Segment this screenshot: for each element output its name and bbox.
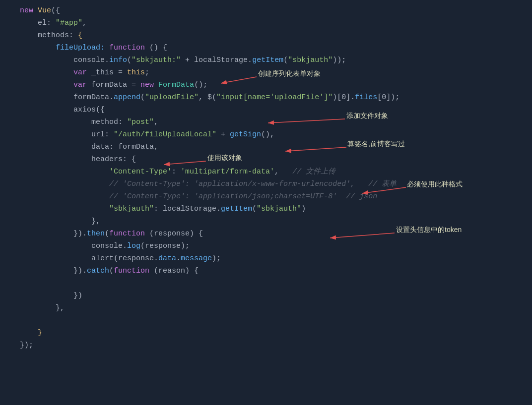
token: getSign — [230, 130, 261, 139]
token: }, — [20, 217, 100, 226]
token: headers: { — [20, 155, 136, 164]
line-text: headers: { — [15, 154, 532, 166]
token: "input[name='uploadFile']" — [216, 93, 332, 102]
code-line: var formData = new FormData(); — [0, 79, 532, 92]
line-text: methods: { — [15, 30, 532, 42]
line-text: formData.append("uploadFile", $("input[n… — [15, 92, 532, 104]
line-text: console.info("sbkjauth:" + localStorage.… — [15, 55, 532, 66]
token: (response); — [140, 242, 190, 250]
token: 'application/json;charset=UTF-8' — [194, 192, 337, 201]
token: Vue — [38, 6, 51, 15]
token: new — [20, 6, 38, 15]
code-editor: new Vue({ el: "#app", methods: { fileUpl… — [0, 0, 532, 357]
token: // json — [337, 192, 377, 201]
token: new — [140, 81, 154, 89]
token: alert(response. — [20, 254, 158, 263]
code-line: }); — [0, 340, 532, 352]
code-line: } — [0, 327, 532, 340]
line-text: 'Content-Type': 'multipart/form-data', /… — [15, 166, 532, 178]
code-line: fileUpload: function () { — [0, 42, 532, 55]
code-line: console.log(response); — [0, 240, 532, 253]
token: methods: — [20, 31, 78, 40]
token: ); — [212, 254, 221, 263]
token: el: — [20, 19, 56, 27]
token: formData = — [87, 81, 140, 89]
code-line: headers: { — [0, 154, 532, 166]
token — [20, 81, 73, 89]
line-text: // 'Content-Type': 'application/x-www-fo… — [15, 178, 532, 190]
token: var — [73, 81, 87, 89]
line-text: var _this = this; — [15, 67, 532, 79]
token: 'Content-Type' — [109, 168, 172, 176]
line-text: } — [15, 327, 532, 339]
token: 'Content-Type' — [123, 180, 185, 188]
line-text: url: "/auth/fileUploadLocal" + getSign()… — [15, 129, 532, 141]
code-line: }, — [0, 302, 532, 315]
code-line — [0, 278, 532, 290]
token: (), — [261, 130, 274, 139]
token: "/auth/fileUploadLocal" — [114, 130, 216, 139]
token: info — [109, 56, 127, 64]
token: "post" — [127, 118, 154, 126]
line-text: new Vue({ — [15, 5, 532, 17]
token: )); — [332, 56, 346, 64]
token: this — [127, 68, 145, 77]
token: formData. — [20, 93, 114, 102]
token: : — [185, 192, 194, 201]
token — [20, 68, 73, 77]
code-line: "sbkjauth": localStorage.getItem("sbkjau… — [0, 203, 532, 216]
line-text: }).catch(function (reason) { — [15, 265, 532, 277]
token: "sbkjauth" — [109, 205, 154, 213]
line-text: }, — [15, 302, 532, 314]
line-text: }).then(function (response) { — [15, 228, 532, 240]
token: ) — [301, 205, 306, 213]
token: } — [20, 329, 42, 337]
token: , — [82, 19, 87, 27]
token: axios({ — [20, 106, 105, 114]
code-line — [0, 315, 532, 327]
token: "sbkjauth" — [257, 205, 301, 213]
token: "sbkjauth:" — [132, 56, 181, 64]
line-text: }) — [15, 290, 532, 302]
token: )[0]. — [332, 93, 355, 102]
token: ({ — [51, 6, 60, 15]
token: ; — [145, 68, 149, 77]
token: getItem — [252, 56, 283, 64]
token: "uploadFile" — [145, 93, 199, 102]
token: + — [216, 130, 230, 139]
line-text: // 'Content-Type': 'application/json;cha… — [15, 191, 532, 203]
token: { — [78, 31, 82, 40]
code-line: new Vue({ — [0, 5, 532, 17]
code-line: 'Content-Type': 'multipart/form-data', /… — [0, 166, 532, 178]
token: }). — [20, 230, 87, 238]
token: , — [274, 168, 292, 176]
code-line: var _this = this; — [0, 67, 532, 79]
token: [0]); — [377, 93, 399, 102]
code-line: }) — [0, 290, 532, 302]
token: then — [87, 230, 105, 238]
token: // — [20, 192, 123, 201]
code-line: }).then(function (response) { — [0, 228, 532, 240]
code-line: url: "/auth/fileUploadLocal" + getSign()… — [0, 129, 532, 141]
line-text: }); — [15, 340, 532, 351]
line-text: }, — [15, 216, 532, 228]
token: fileUpload: — [20, 44, 109, 52]
token: function — [109, 44, 145, 52]
token: : localStorage. — [154, 205, 221, 213]
code-line: axios({ — [0, 104, 532, 116]
token: (reason) { — [149, 267, 199, 275]
token — [20, 205, 109, 213]
token: , // 表单 — [350, 180, 397, 188]
line-text: console.log(response); — [15, 240, 532, 252]
token: append — [114, 93, 140, 102]
token: "#app" — [56, 19, 82, 27]
token: + localStorage. — [181, 56, 252, 64]
token: message — [181, 254, 212, 263]
token: (response) { — [145, 230, 203, 238]
code-line: el: "#app", — [0, 17, 532, 30]
token: }). — [20, 267, 87, 275]
token: function — [114, 267, 149, 275]
token: (); — [194, 81, 207, 89]
token: _this = — [87, 68, 127, 77]
token: , $( — [199, 93, 216, 102]
